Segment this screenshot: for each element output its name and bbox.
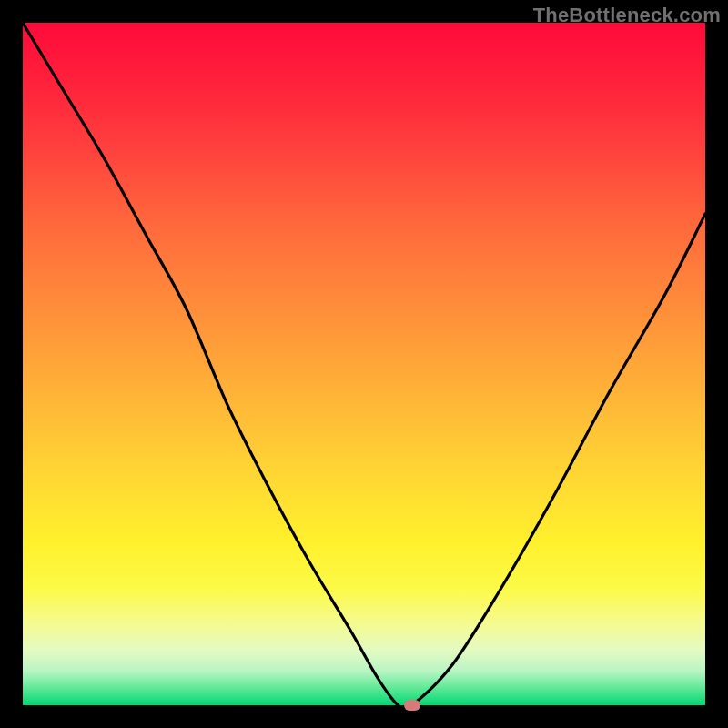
- bottleneck-curve: [23, 23, 705, 705]
- curve-path: [23, 23, 705, 705]
- watermark-text: TheBottleneck.com: [533, 4, 721, 27]
- optimal-point-marker: [404, 700, 420, 711]
- plot-area: [23, 23, 705, 705]
- chart-container: { "watermark": "TheBottleneck.com", "cha…: [0, 0, 728, 728]
